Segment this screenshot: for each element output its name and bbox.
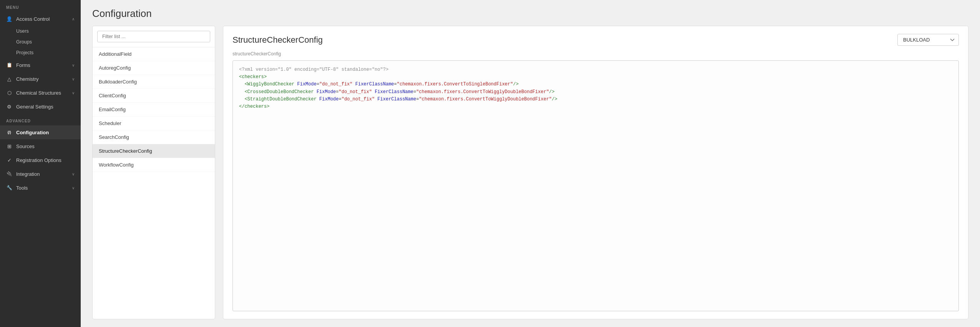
forms-icon [6,62,12,68]
sidebar-label-chemical-structures: Chemical Structures [16,90,61,96]
config-icon [6,129,12,135]
main-content: Configuration AdditionalField AutoregCon… [81,0,980,327]
sidebar-label-integration: Integration [16,171,40,177]
sidebar-item-tools[interactable]: Tools ∨ [0,181,81,195]
sidebar-item-access-control[interactable]: Access Control ∧ [0,12,81,26]
sidebar-label-chemistry: Chemistry [16,76,39,82]
sidebar-item-registration-options[interactable]: Registration Options [0,153,81,167]
list-item-structure-checker[interactable]: StructureCheckerConfig [93,144,215,158]
sidebar-item-forms[interactable]: Forms ∨ [0,58,81,72]
sidebar-item-integration[interactable]: Integration ∨ [0,167,81,181]
list-item-client[interactable]: ClientConfig [93,89,215,103]
chevron-down-icon: ∨ [72,63,75,67]
sidebar-item-sources[interactable]: Sources [0,139,81,153]
config-subtitle: structureCheckerConfig [233,51,959,57]
sidebar-label-sources: Sources [16,143,35,149]
sidebar-item-chemical-structures[interactable]: Chemical Structures ∨ [0,86,81,100]
config-list: AdditionalField AutoregConfig Bulkloader… [93,47,215,319]
page-title: Configuration [92,8,968,20]
sidebar: MENU Access Control ∧ Users Groups Proje… [0,0,81,327]
sidebar-label-forms: Forms [16,62,30,68]
page-header: Configuration [81,0,980,26]
code-editor[interactable]: <?xml version="1.0" encoding="UTF-8" sta… [233,60,959,311]
config-panel-title: StructureCheckerConfig [233,35,323,45]
integration-icon [6,171,12,177]
code-line-3: <WigglyBondChecker FixMode="do_not_fix" … [239,81,952,88]
list-item-workflow[interactable]: WorkflowConfig [93,158,215,172]
chevron-up-icon: ∧ [72,17,75,21]
reg-icon [6,157,12,163]
sidebar-sub-groups[interactable]: Groups [0,37,81,47]
code-line-6: </checkers> [239,103,952,110]
advanced-label: ADVANCED [0,113,81,125]
sidebar-item-general-settings[interactable]: General Settings [0,100,81,113]
sidebar-label-general-settings: General Settings [16,104,53,110]
sidebar-item-configuration[interactable]: Configuration [0,125,81,139]
sidebar-label-access-control: Access Control [16,16,50,22]
chevron-down-icon-4: ∨ [72,172,75,176]
sidebar-sub-projects[interactable]: Projects [0,47,81,58]
filter-input-wrap [93,26,215,47]
menu-label: MENU [0,0,81,12]
chevron-down-icon-5: ∨ [72,186,75,190]
config-panel-header: StructureCheckerConfig BULKLOAD OPTION2 [233,34,959,46]
list-item-email[interactable]: EmailConfig [93,103,215,117]
config-panel: StructureCheckerConfig BULKLOAD OPTION2 … [223,26,968,319]
sidebar-label-configuration: Configuration [16,130,49,135]
code-line-4: <CrossedDoubleBondChecker FixMode="do_no… [239,88,952,96]
code-line-1: <?xml version="1.0" encoding="UTF-8" sta… [239,66,952,73]
chemistry-icon [6,76,12,82]
sidebar-label-tools: Tools [16,185,28,191]
filter-panel: AdditionalField AutoregConfig Bulkloader… [92,26,215,319]
tools-icon [6,185,12,191]
bulkload-dropdown[interactable]: BULKLOAD OPTION2 [897,34,959,46]
settings-icon [6,103,12,110]
list-item-scheduler[interactable]: Scheduler [93,117,215,130]
sidebar-sub-users[interactable]: Users [0,26,81,37]
chevron-down-icon-3: ∨ [72,91,75,95]
sources-icon [6,143,12,149]
list-item-search[interactable]: SearchConfig [93,130,215,144]
sidebar-label-registration-options: Registration Options [16,157,61,163]
list-item-autoreg[interactable]: AutoregConfig [93,61,215,75]
person-icon [6,16,12,22]
code-line-2: <checkers> [239,73,952,81]
sidebar-item-chemistry[interactable]: Chemistry ∨ [0,72,81,86]
code-line-5: <StraightDoubleBondChecker FixMode="do_n… [239,96,952,103]
filter-input[interactable] [97,31,210,42]
list-item-bulkloader[interactable]: BulkloaderConfig [93,75,215,89]
chevron-down-icon-2: ∨ [72,77,75,81]
list-item-additional-field[interactable]: AdditionalField [93,47,215,61]
chemical-icon [6,90,12,96]
content-area: AdditionalField AutoregConfig Bulkloader… [81,26,980,327]
